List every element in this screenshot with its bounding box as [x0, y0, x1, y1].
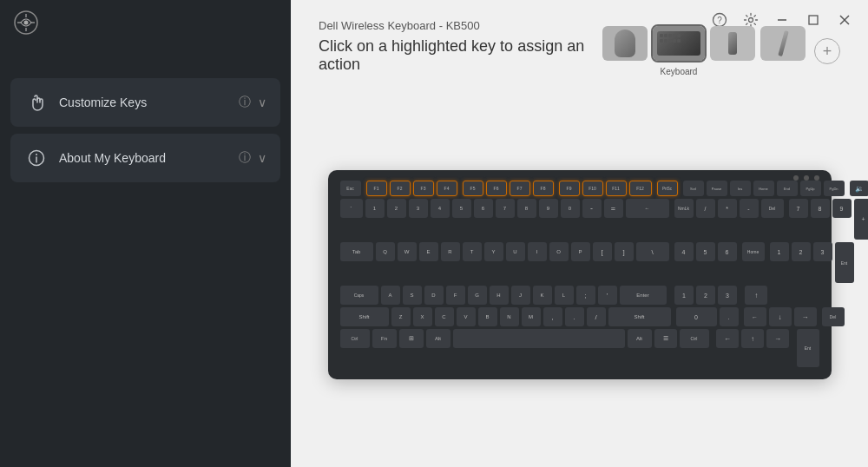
key-lbracket[interactable]: [	[593, 242, 612, 261]
key-np2[interactable]: 2	[696, 286, 715, 305]
key-scroll-lock[interactable]: Scrl	[683, 181, 704, 196]
key-lshift[interactable]: Shift	[340, 307, 389, 326]
key-j[interactable]: J	[511, 286, 530, 305]
key-arrow-left-bottom[interactable]: ←	[716, 329, 739, 348]
key-arrow-left-right[interactable]: ←	[744, 307, 766, 326]
key-f10[interactable]: F10	[582, 181, 603, 196]
key-k[interactable]: K	[533, 286, 552, 305]
key-period[interactable]: .	[565, 307, 584, 326]
key-pgdn[interactable]: PgDn	[824, 181, 845, 196]
key-u[interactable]: U	[506, 242, 525, 261]
key-f11[interactable]: F11	[606, 181, 627, 196]
key-np-special[interactable]: Ent	[797, 329, 819, 367]
key-6[interactable]: 6	[474, 199, 493, 218]
key-rctrl[interactable]: Ctrl	[680, 329, 709, 348]
key-h[interactable]: H	[490, 286, 509, 305]
sidebar-item-customize-keys-info[interactable]: ⓘ	[239, 95, 251, 110]
key-0[interactable]: 0	[561, 199, 580, 218]
key-v[interactable]: V	[457, 307, 476, 326]
key-z[interactable]: Z	[391, 307, 411, 326]
key-3[interactable]: 3	[409, 199, 428, 218]
key-p[interactable]: P	[571, 242, 590, 261]
key-np-home[interactable]: Home	[742, 242, 765, 261]
key-equals[interactable]: =	[604, 199, 623, 218]
key-ralt[interactable]: Alt	[628, 329, 652, 348]
key-np-plus[interactable]: +	[854, 199, 869, 240]
key-npdot[interactable]: .	[720, 307, 739, 326]
key-comma[interactable]: ,	[543, 307, 562, 326]
key-1[interactable]: 1	[365, 199, 385, 218]
key-np9[interactable]: 9	[832, 199, 852, 218]
key-y[interactable]: Y	[484, 242, 503, 261]
key-backslash[interactable]: \	[636, 242, 669, 261]
thumb-receiver[interactable]	[602, 26, 648, 61]
key-rbracket[interactable]: ]	[615, 242, 634, 261]
key-space[interactable]	[453, 329, 625, 348]
key-5[interactable]: 5	[452, 199, 471, 218]
key-fn[interactable]: Fn	[372, 329, 397, 348]
sidebar-item-about-keyboard-info[interactable]: ⓘ	[239, 150, 251, 166]
key-d[interactable]: D	[424, 286, 444, 305]
key-g[interactable]: G	[468, 286, 487, 305]
key-capslock[interactable]: Caps	[340, 286, 378, 305]
sidebar-item-customize-keys[interactable]: Customize Keys ⓘ ∨	[10, 78, 280, 127]
key-end[interactable]: End	[777, 181, 798, 196]
key-x[interactable]: X	[413, 307, 432, 326]
key-2[interactable]: 2	[387, 199, 406, 218]
key-esc[interactable]: Esc	[340, 181, 361, 196]
key-b[interactable]: B	[478, 307, 497, 326]
key-np6[interactable]: 6	[718, 242, 737, 261]
key-vol-down[interactable]: 🔉	[850, 181, 869, 196]
key-f8[interactable]: F8	[533, 181, 554, 196]
close-button[interactable]	[835, 10, 854, 30]
key-l[interactable]: L	[555, 286, 574, 305]
key-m[interactable]: M	[522, 307, 541, 326]
key-tab[interactable]: Tab	[340, 242, 373, 261]
sidebar-item-about-keyboard-chevron[interactable]: ∨	[258, 151, 266, 165]
add-device-button[interactable]: +	[814, 38, 840, 64]
thumb-dongle[interactable]	[710, 26, 755, 61]
key-lalt[interactable]: Alt	[426, 329, 450, 348]
key-c[interactable]: C	[435, 307, 454, 326]
key-np-enter-bot[interactable]: Del	[822, 307, 845, 326]
key-q[interactable]: Q	[376, 242, 395, 261]
key-numpad-minus[interactable]: -	[740, 199, 759, 218]
key-np2r[interactable]: 2	[792, 242, 811, 261]
key-np1r[interactable]: 1	[770, 242, 789, 261]
key-menu[interactable]: ☰	[654, 329, 677, 348]
key-minus[interactable]: -	[582, 199, 602, 218]
key-f3[interactable]: F3	[413, 181, 434, 196]
key-enter[interactable]: Enter	[620, 286, 667, 305]
key-f9[interactable]: F9	[559, 181, 580, 196]
key-o[interactable]: O	[549, 242, 569, 261]
key-f4[interactable]: F4	[437, 181, 457, 196]
key-f7[interactable]: F7	[510, 181, 530, 196]
key-backspace[interactable]: ←	[626, 199, 669, 218]
key-np0[interactable]: 0	[676, 307, 717, 326]
key-backtick[interactable]: `	[340, 199, 363, 218]
key-8[interactable]: 8	[517, 199, 536, 218]
key-np4[interactable]: 4	[674, 242, 694, 261]
key-numpad-div[interactable]: /	[696, 199, 715, 218]
key-up-right[interactable]: ↑	[745, 286, 767, 305]
key-prtsc[interactable]: PrtSc	[657, 181, 678, 196]
maximize-button[interactable]	[804, 10, 823, 30]
key-9[interactable]: 9	[539, 199, 558, 218]
key-np1[interactable]: 1	[674, 286, 694, 305]
key-f1[interactable]: F1	[366, 181, 387, 196]
key-arrow-down[interactable]: ↓	[769, 307, 792, 326]
key-w[interactable]: W	[398, 242, 417, 261]
key-arrow-right-bottom[interactable]: →	[766, 329, 789, 348]
key-lctrl[interactable]: Ctrl	[340, 329, 370, 348]
key-a[interactable]: A	[381, 286, 400, 305]
key-4[interactable]: 4	[431, 199, 450, 218]
key-f[interactable]: F	[446, 286, 465, 305]
key-semicolon[interactable]: ;	[576, 286, 595, 305]
key-t[interactable]: T	[463, 242, 482, 261]
key-slash[interactable]: /	[587, 307, 606, 326]
key-np5[interactable]: 5	[696, 242, 715, 261]
key-e[interactable]: E	[419, 242, 438, 261]
key-7[interactable]: 7	[496, 199, 515, 218]
key-numlock[interactable]: NmLk	[674, 199, 694, 218]
key-f6[interactable]: F6	[486, 181, 507, 196]
